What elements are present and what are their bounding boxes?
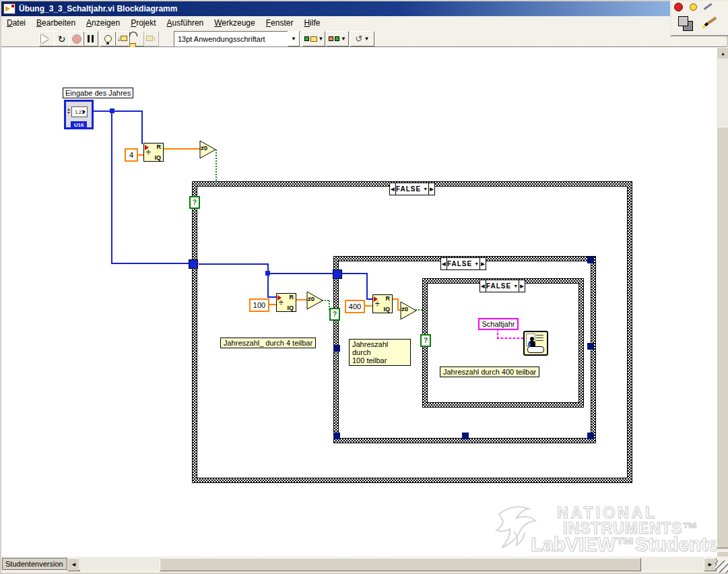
one-button-dialog-node[interactable] xyxy=(523,331,548,356)
wire-year[interactable] xyxy=(342,273,368,274)
case2-tunnel-bottomleft[interactable] xyxy=(333,433,340,439)
step-over-button[interactable] xyxy=(129,31,144,46)
case1-prev-icon[interactable]: ◀ xyxy=(390,183,395,195)
case2-tunnel-right[interactable] xyxy=(587,343,594,350)
wire-string[interactable] xyxy=(497,338,524,339)
constant-4[interactable]: 4 xyxy=(125,148,138,162)
distribute-objects-button[interactable]: ▼ xyxy=(326,31,349,46)
comment-div4[interactable]: Jahreszahl_ durch 4 teilbar xyxy=(220,338,316,348)
wire-junction[interactable] xyxy=(110,108,114,113)
not-equal-zero-node-3[interactable]: ≠0 xyxy=(400,301,418,320)
step-into-icon: ↓ xyxy=(117,35,127,42)
constant-400[interactable]: 400 xyxy=(345,300,365,313)
case1-next-icon[interactable]: ▶ xyxy=(429,183,434,195)
case3-drop-icon: ▼ xyxy=(513,284,519,288)
case3-selector[interactable]: ◀ FALSE▼ ▶ xyxy=(479,280,525,292)
not-equal-zero-node-1[interactable]: ≠0 xyxy=(199,140,217,159)
comment-div100[interactable]: Jahreszahl durch 100 teilbar xyxy=(349,339,411,366)
highlight-execution-button[interactable] xyxy=(100,31,116,46)
case2-input-tunnel[interactable] xyxy=(333,269,342,279)
not-equal-zero-node-2[interactable]: ≠0 xyxy=(306,291,324,310)
constant-100[interactable]: 100 xyxy=(249,298,269,312)
menu-anzeigen[interactable]: Anzeigen xyxy=(81,17,125,29)
toolbar: ↻ ↓ ↑ 13pt Anwendungsschriftart ▼ ▼ ▼ ↺▼… xyxy=(1,30,727,47)
reorder-button[interactable]: ↺▼ xyxy=(350,31,374,46)
wire-year[interactable] xyxy=(111,110,112,264)
case2-tunnel-left[interactable] xyxy=(333,345,340,352)
wire-year[interactable] xyxy=(267,273,335,274)
abort-button[interactable] xyxy=(69,31,84,46)
wire-year[interactable] xyxy=(267,296,277,298)
select-tool-icon[interactable] xyxy=(678,16,688,26)
menu-werkzeuge[interactable]: Werkzeuge xyxy=(209,17,260,29)
horizontal-scrollbar-thumb[interactable] xyxy=(160,558,641,571)
dialog-person-icon xyxy=(526,333,535,346)
case1-drop-icon: ▼ xyxy=(423,187,428,191)
run-continuous-button[interactable]: ↻ xyxy=(54,31,69,46)
increment-decrement-icon xyxy=(67,107,71,115)
color-brush-tool-icon[interactable] xyxy=(704,17,717,27)
control-label[interactable]: Eingabe des Jahres xyxy=(63,88,133,98)
case2-tunnel-bottomright[interactable] xyxy=(587,433,594,439)
case3-prev-icon[interactable]: ◀ xyxy=(480,280,486,292)
menu-bar: Datei Bearbeiten Anzeigen Projekt Ausfüh… xyxy=(1,16,727,30)
resize-grip[interactable] xyxy=(715,561,728,573)
pause-icon xyxy=(88,35,94,42)
menu-hilfe[interactable]: Hilfe xyxy=(298,17,325,29)
wire-year[interactable] xyxy=(199,263,269,265)
case2-next-icon[interactable]: ▶ xyxy=(480,258,486,269)
quotient-remainder-node-3[interactable]: R ÷ IQ xyxy=(372,294,393,313)
paint-drop-icon xyxy=(702,26,705,28)
studentenversion-badge: Studentenversion xyxy=(2,558,67,570)
case2-tunnel-bottommid[interactable] xyxy=(462,433,469,439)
wire-remainder4[interactable] xyxy=(162,148,200,150)
wire-junction[interactable] xyxy=(265,271,270,276)
window-titlebar[interactable]: Übung_3_3_Schaltjahr.vi Blockdiagramm xyxy=(1,1,727,16)
case3-selector-terminal[interactable]: ? xyxy=(420,334,431,347)
quotient-remainder-node-1[interactable]: R ÷ IQ xyxy=(143,143,164,162)
wire-year[interactable] xyxy=(111,263,191,264)
run-icon xyxy=(41,34,53,44)
step-into-button[interactable]: ↓ xyxy=(114,31,130,46)
case2-selector-terminal[interactable]: ? xyxy=(329,308,340,321)
terminal-value: 1.23 xyxy=(71,106,88,117)
breakpoint-tool-icon[interactable] xyxy=(674,3,683,11)
menu-datei[interactable]: Datei xyxy=(1,17,31,29)
case2-tunnel-topright[interactable] xyxy=(587,257,594,263)
case2-prev-icon[interactable]: ◀ xyxy=(441,258,446,269)
case1-selector[interactable]: ◀ FALSE▼ ▶ xyxy=(389,183,435,195)
case2-selector[interactable]: ◀ FALSE▼ ▶ xyxy=(440,257,486,270)
quotient-remainder-node-2[interactable]: R ÷ IQ xyxy=(276,293,296,312)
string-constant-schaltjahr[interactable]: Schaltjahr xyxy=(478,318,519,330)
labview-app-icon xyxy=(3,3,15,14)
wire-year[interactable] xyxy=(267,273,269,298)
distribute-icon xyxy=(329,36,333,41)
window-title: Übung_3_3_Schaltjahr.vi Blockdiagramm xyxy=(19,4,177,13)
font-selector[interactable]: 13pt Anwendungsschriftart ▼ xyxy=(174,31,300,46)
align-objects-button[interactable]: ▼ xyxy=(302,31,325,46)
menu-ausfuehren[interactable]: Ausführen xyxy=(162,17,209,29)
case-structure-inner[interactable] xyxy=(422,278,584,408)
run-continuous-icon: ↻ xyxy=(58,34,66,44)
menu-fenster[interactable]: Fenster xyxy=(261,17,299,29)
case1-selector-terminal[interactable]: ? xyxy=(189,196,200,209)
menu-bearbeiten[interactable]: Bearbeiten xyxy=(31,17,81,29)
wire-divisor400[interactable] xyxy=(364,305,373,307)
tools-palette[interactable] xyxy=(670,0,728,36)
wire-year[interactable] xyxy=(141,110,143,144)
numeric-control-terminal[interactable]: 1.23 U16 xyxy=(64,100,94,129)
wire-year[interactable] xyxy=(90,110,143,112)
font-selector-value: 13pt Anwendungsschriftart xyxy=(174,35,288,43)
case3-next-icon[interactable]: ▶ xyxy=(519,280,525,292)
step-out-button[interactable]: ↑ xyxy=(143,31,159,46)
edit-tool-icon[interactable] xyxy=(703,3,712,9)
pause-button[interactable] xyxy=(83,31,98,46)
wire-year[interactable] xyxy=(366,273,368,300)
case1-input-tunnel[interactable] xyxy=(189,259,198,269)
operate-tool-icon[interactable] xyxy=(690,3,697,11)
comment-div400[interactable]: Jahreszahl durch 400 teilbar xyxy=(440,366,539,377)
vertical-scrollbar-thumb[interactable] xyxy=(717,127,728,548)
case2-selector-value: FALSE xyxy=(447,260,472,267)
font-dropdown-arrow-icon[interactable]: ▼ xyxy=(288,31,300,46)
run-button[interactable] xyxy=(39,31,55,46)
